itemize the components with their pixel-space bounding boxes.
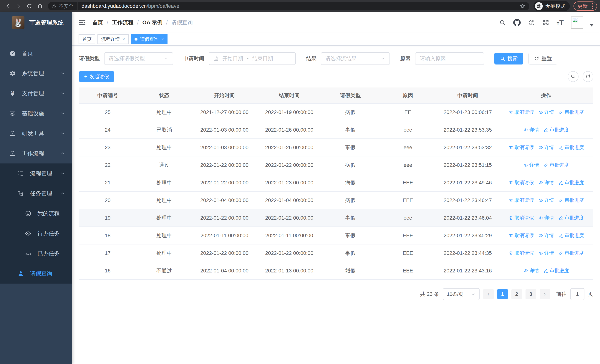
- tab-leave-query[interactable]: 请假查询 ×: [131, 34, 168, 44]
- filter-form: 请假类型 请选择请假类型 申请时间 开始日期 - 结束日期: [79, 52, 593, 65]
- tab-process-detail[interactable]: 流程详情 ×: [97, 34, 129, 44]
- cancel-leave-link[interactable]: 取消请假: [508, 215, 534, 221]
- detail-link[interactable]: 详情: [523, 127, 539, 133]
- org-branch-icon: [16, 190, 25, 197]
- detail-link[interactable]: 详情: [523, 267, 539, 274]
- result-select[interactable]: 请选择流结果: [321, 52, 390, 65]
- sidebar-item-my-process[interactable]: 我的流程: [0, 204, 72, 224]
- sidebar-item-leave-query[interactable]: 请假查询: [0, 263, 72, 284]
- header-search-icon[interactable]: [499, 19, 506, 26]
- eye-icon: [24, 230, 33, 237]
- approval-progress-link[interactable]: 审批进度: [559, 250, 584, 256]
- approval-progress-link[interactable]: 审批进度: [559, 232, 584, 239]
- pen-icon: [559, 233, 563, 238]
- sidebar-collapse-button[interactable]: [79, 19, 86, 26]
- font-size-icon[interactable]: TT: [557, 19, 564, 26]
- approval-progress-link[interactable]: 审批进度: [559, 144, 584, 151]
- chevron-down-icon: [471, 292, 476, 297]
- goto-page-input[interactable]: 1: [570, 288, 584, 300]
- browser-back-button[interactable]: [3, 1, 13, 11]
- cancel-leave-link[interactable]: 取消请假: [508, 109, 534, 115]
- cancel-leave-link[interactable]: 取消请假: [508, 250, 534, 256]
- breadcrumb-workflow[interactable]: 工作流程: [112, 19, 133, 26]
- reset-button[interactable]: 重置: [528, 53, 557, 65]
- detail-link[interactable]: 详情: [538, 250, 554, 256]
- table-row: 22通过2022-01-22 00:00:002022-01-22 00:00:…: [79, 156, 593, 174]
- browser-home-button[interactable]: [35, 1, 45, 11]
- table-row: 24已取消2022-01-03 00:00:002022-01-26 00:00…: [79, 121, 593, 139]
- avatar[interactable]: [571, 17, 583, 29]
- detail-link[interactable]: 详情: [538, 197, 554, 204]
- approval-progress-link[interactable]: 审批进度: [559, 179, 584, 186]
- browser-menu-icon[interactable]: [591, 3, 595, 9]
- sidebar-item-devtools[interactable]: 研发工具: [0, 123, 72, 143]
- prev-page-button[interactable]: ‹: [483, 289, 494, 299]
- page-button-3[interactable]: 3: [525, 289, 536, 299]
- pen-icon: [559, 145, 563, 150]
- security-chip[interactable]: 不安全: [48, 2, 77, 10]
- app-logo-row[interactable]: 🐰 芋道管理系统: [0, 12, 72, 33]
- sidebar-item-payment[interactable]: ¥ 支付管理: [0, 84, 72, 103]
- list-tree-icon: [16, 170, 25, 177]
- app-logo: 🐰: [12, 16, 24, 29]
- tab-home[interactable]: 首页: [79, 34, 95, 44]
- cancel-leave-link[interactable]: 取消请假: [508, 144, 534, 151]
- breadcrumb-home[interactable]: 首页: [92, 19, 103, 26]
- detail-link[interactable]: 详情: [538, 179, 554, 186]
- close-icon[interactable]: ×: [161, 37, 164, 41]
- sidebar-item-process-mgmt[interactable]: 流程管理: [0, 163, 72, 184]
- detail-link[interactable]: 详情: [538, 144, 554, 151]
- create-leave-button[interactable]: + 发起请假: [79, 71, 114, 82]
- approval-progress-link[interactable]: 审批进度: [544, 162, 569, 168]
- bookmark-star-icon[interactable]: [517, 3, 528, 9]
- sidebar-menu: 首页 系统管理 ¥ 支付管理 基础设施 研发工具: [0, 33, 72, 284]
- approval-progress-link[interactable]: 审批进度: [559, 109, 584, 115]
- close-icon[interactable]: ×: [122, 37, 125, 41]
- approval-progress-link[interactable]: 审批进度: [559, 197, 584, 204]
- calendar-icon: [213, 56, 219, 61]
- reason-input[interactable]: 请输入原因: [415, 52, 484, 65]
- address-bar[interactable]: 不安全 dashboard.yudao.iocoder.cn/bpm/oa/le…: [48, 2, 529, 10]
- apply-time-label: 申请时间: [183, 55, 204, 62]
- cancel-leave-link[interactable]: 取消请假: [508, 179, 534, 186]
- browser-forward-button[interactable]: [14, 1, 23, 11]
- sidebar-item-done-tasks[interactable]: 已办任务: [0, 243, 72, 263]
- table-header-row: 申请编号 状态 开始时间 结束时间 请假类型 原因 申请时间 操作: [79, 87, 593, 103]
- browser-update-button[interactable]: 更新: [573, 1, 597, 11]
- approval-progress-link[interactable]: 审批进度: [544, 127, 569, 133]
- detail-link[interactable]: 详情: [538, 232, 554, 239]
- pen-icon: [559, 251, 563, 256]
- sidebar-item-system[interactable]: 系统管理: [0, 63, 72, 84]
- browser-reload-button[interactable]: [24, 1, 34, 11]
- eye-icon: [538, 145, 543, 150]
- sidebar-item-home[interactable]: 首页: [0, 43, 72, 63]
- leave-type-select[interactable]: 请选择请假类型: [104, 52, 173, 65]
- cancel-leave-link[interactable]: 取消请假: [508, 232, 534, 239]
- fullscreen-icon[interactable]: [543, 19, 549, 26]
- sidebar-item-infra[interactable]: 基础设施: [0, 103, 72, 123]
- detail-link[interactable]: 详情: [538, 109, 554, 115]
- chevron-up-icon: [60, 191, 66, 196]
- detail-link[interactable]: 详情: [538, 215, 554, 221]
- page-size-select[interactable]: 10条/页: [443, 288, 479, 300]
- github-icon[interactable]: [513, 19, 521, 26]
- approval-progress-link[interactable]: 审批进度: [559, 215, 584, 221]
- refresh-table-button[interactable]: [582, 71, 593, 82]
- help-icon[interactable]: [528, 19, 535, 26]
- cancel-leave-link[interactable]: 取消请假: [508, 197, 534, 204]
- breadcrumb-oa-example[interactable]: OA 示例: [142, 19, 162, 26]
- page-button-1[interactable]: 1: [497, 289, 508, 299]
- next-page-button[interactable]: ›: [540, 289, 550, 299]
- page-button-2[interactable]: 2: [511, 289, 522, 299]
- apply-time-range-picker[interactable]: 开始日期 - 结束日期: [209, 52, 296, 65]
- table-row: 21处理中2022-01-22 00:00:002022-01-23 00:00…: [79, 174, 593, 191]
- toggle-search-button[interactable]: [568, 71, 579, 82]
- search-button[interactable]: 搜索: [494, 53, 523, 65]
- avatar-dropdown-caret-icon[interactable]: [590, 24, 594, 27]
- dashboard-icon: [8, 50, 17, 57]
- detail-link[interactable]: 详情: [523, 162, 539, 168]
- sidebar-item-todo-tasks[interactable]: 待办任务: [0, 224, 72, 243]
- approval-progress-link[interactable]: 审批进度: [544, 267, 569, 274]
- sidebar-item-workflow[interactable]: 工作流程: [0, 143, 72, 163]
- sidebar-item-task-mgmt[interactable]: 任务管理: [0, 184, 72, 204]
